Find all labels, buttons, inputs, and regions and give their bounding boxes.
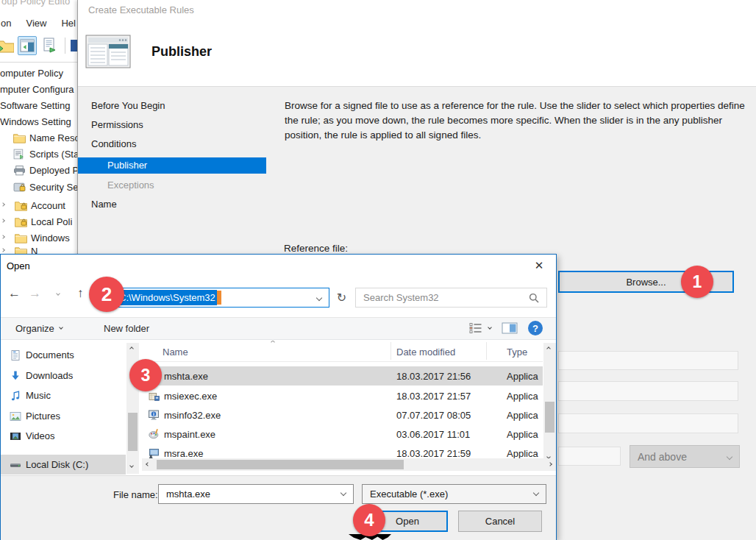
nav-item-documents[interactable]: Documents	[1, 345, 126, 365]
nav-item-local-disk-c-[interactable]: Local Disk (C:)	[1, 455, 126, 475]
tree-item[interactable]: Name Resolu	[0, 130, 77, 145]
tree-item[interactable]: Scripts (Start	[0, 146, 77, 161]
nav-item-music[interactable]: Music	[1, 386, 126, 405]
scroll-right-icon[interactable]	[548, 462, 552, 466]
tree-item[interactable]: Security Setti	[0, 180, 77, 194]
scroll-up-icon[interactable]	[129, 347, 134, 351]
publisher-field[interactable]	[558, 351, 738, 370]
organize-label: Organize	[15, 323, 54, 334]
nav-item-videos[interactable]: Videos	[1, 426, 126, 446]
msra-file-icon	[148, 447, 160, 458]
search-input[interactable]: Search System32	[355, 288, 547, 308]
annotation-badge-1: 1	[681, 266, 713, 298]
file-list: Name Date modified Type mshta.exe18.03.2…	[142, 341, 543, 458]
wizard-step-conditions[interactable]: Conditions	[78, 136, 266, 152]
address-dropdown-chevron-icon[interactable]	[316, 295, 322, 301]
scroll-up-icon[interactable]	[546, 347, 551, 351]
file-list-scrollbar[interactable]	[543, 343, 556, 466]
menu-item-hel[interactable]: Hel	[61, 18, 76, 29]
wizard-step-publisher[interactable]: Publisher	[78, 157, 266, 174]
column-separator[interactable]	[391, 342, 391, 360]
scroll-down-icon[interactable]	[129, 463, 134, 468]
expand-chevron-icon[interactable]	[1, 219, 5, 223]
annotation-badge-3: 3	[129, 359, 162, 391]
file-type: Applica	[507, 448, 538, 459]
file-row-msra-exe[interactable]: msra.exe18.03.2017 21:59Applica	[142, 444, 543, 458]
horizontal-scrollbar[interactable]	[142, 458, 556, 471]
tree-item[interactable]: Account	[0, 198, 77, 213]
preview-pane-icon[interactable]	[502, 322, 518, 334]
file-version-field[interactable]	[558, 447, 621, 466]
file-name-field[interactable]	[558, 413, 738, 433]
column-header-name[interactable]: Name	[163, 343, 188, 360]
wizard-step-name[interactable]: Name	[78, 196, 266, 213]
scroll-left-icon[interactable]	[146, 462, 150, 466]
file-name-input[interactable]: mshta.exe	[158, 484, 354, 504]
scripts-icon	[13, 149, 26, 160]
show-console-tree-icon[interactable]	[18, 36, 37, 55]
up-icon[interactable]: ↑	[77, 286, 84, 301]
file-name: msiexec.exe	[164, 391, 217, 402]
address-text: C:\Windows\System32	[118, 290, 217, 305]
file-row-msiexec-exe[interactable]: msiexec.exe18.03.2017 21:57Applica	[142, 386, 543, 405]
expand-chevron-icon[interactable]	[1, 202, 5, 207]
file-row-mspaint-exe[interactable]: mspaint.exe03.06.2017 11:01Applica	[142, 424, 543, 444]
file-name: msinfo32.exe	[164, 410, 221, 421]
header-divider	[142, 361, 543, 362]
close-icon[interactable]: ✕	[528, 257, 550, 274]
refresh-icon[interactable]: ↻	[332, 288, 352, 308]
browse-button-label: Browse...	[626, 277, 666, 288]
recent-locations-chevron-icon[interactable]	[56, 291, 60, 296]
nav-item-downloads[interactable]: Downloads	[1, 366, 126, 386]
file-date-modified: 18.03.2017 21:56	[396, 371, 471, 382]
expand-chevron-icon[interactable]	[1, 235, 5, 239]
menu-item-view[interactable]: View	[26, 18, 46, 29]
menu-item-on[interactable]: on	[1, 18, 11, 29]
scrollbar-thumb[interactable]	[157, 460, 404, 469]
scrollbar-thumb[interactable]	[545, 402, 554, 433]
chevron-down-icon	[533, 490, 539, 496]
nav-item-pictures[interactable]: Pictures	[1, 406, 126, 426]
folder-icon[interactable]	[0, 36, 15, 55]
downloads-icon	[10, 370, 21, 382]
address-bar[interactable]: C:\Windows\System32	[113, 288, 329, 308]
tree-item[interactable]: Deployed Pri	[0, 163, 77, 177]
file-row-mshta-exe[interactable]: mshta.exe18.03.2017 21:56Applica	[142, 366, 543, 386]
page-title: Publisher	[151, 44, 212, 60]
version-scope-value: And above	[638, 451, 687, 463]
cancel-button[interactable]: Cancel	[458, 511, 542, 532]
column-separator[interactable]	[486, 342, 487, 360]
help-icon[interactable]: ?	[528, 321, 543, 335]
column-header-date-modified[interactable]: Date modified	[396, 343, 455, 360]
file-date-modified: 07.07.2017 08:05	[396, 410, 471, 421]
file-name: mspaint.exe	[164, 429, 215, 440]
file-date-modified: 18.03.2017 21:59	[396, 448, 471, 459]
file-type-dropdown[interactable]: Executable (*.exe)	[362, 484, 546, 504]
wizard-step-permissions[interactable]: Permissions	[78, 117, 266, 133]
version-scope-dropdown[interactable]: And above	[630, 445, 740, 468]
export-list-icon[interactable]	[40, 36, 60, 55]
organize-menu[interactable]: Organize	[15, 323, 63, 334]
file-type: Applica	[507, 429, 538, 440]
file-row-msinfo32-exe[interactable]: msinfo32.exe07.07.2017 08:05Applica	[142, 405, 543, 424]
product-name-field[interactable]	[558, 381, 738, 401]
wizard-step-before-you-begin[interactable]: Before You Begin	[78, 98, 266, 114]
tree-item-label: Name Resolu	[29, 132, 77, 143]
tree-item[interactable]: Windows Setting	[0, 114, 77, 129]
column-header-type[interactable]: Type	[507, 343, 527, 360]
tree-item[interactable]: omputer Policy	[0, 65, 77, 80]
tree-item[interactable]: Windows	[0, 230, 77, 245]
tree-item[interactable]: Local Poli	[0, 214, 77, 229]
expand-chevron-icon[interactable]	[1, 248, 5, 252]
change-view-button[interactable]	[469, 322, 491, 334]
tree-item[interactable]: Software Setting	[0, 98, 77, 113]
forward-icon[interactable]: →	[29, 286, 41, 301]
dialog-footer: File name: mshta.exe Executable (*.exe) …	[1, 475, 556, 540]
tree-item[interactable]: mputer Configura	[0, 82, 77, 96]
scrollbar-thumb[interactable]	[128, 413, 138, 451]
file-type: Applica	[507, 371, 538, 382]
tree-item-label: Scripts (Start	[29, 149, 77, 160]
wizard-step-exceptions[interactable]: Exceptions	[78, 177, 266, 193]
back-icon[interactable]: ←	[8, 286, 21, 301]
new-folder-button[interactable]: New folder	[104, 323, 149, 334]
